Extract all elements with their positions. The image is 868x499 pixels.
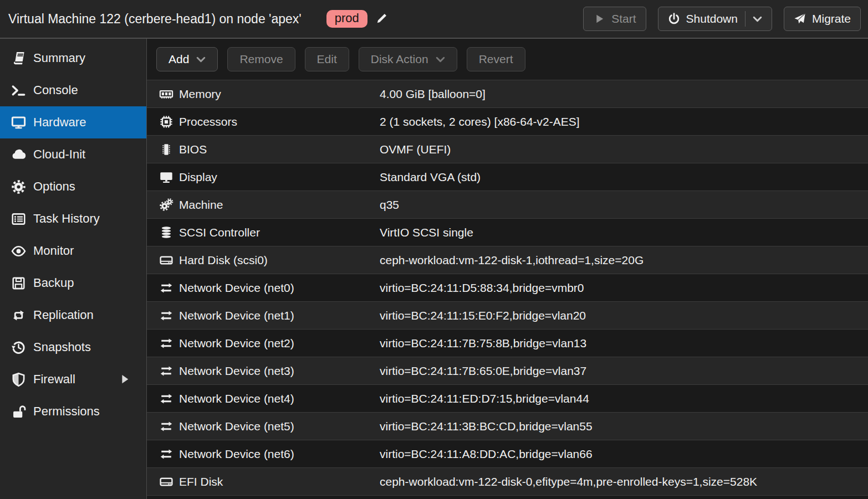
toolbar-button-add[interactable]: Add [156,47,218,71]
sidebar-item-label: Cloud-Init [33,147,85,162]
hardware-row-value: 4.00 GiB [balloon=0] [380,88,486,101]
sidebar-item-snapshots[interactable]: Snapshots [0,331,146,363]
hardware-row-value: VirtIO SCSI single [380,226,473,239]
sidebar-item-label: Options [33,179,75,194]
hardware-row-value: virtio=BC:24:11:A8:DD:AC,bridge=vlan66 [380,447,593,461]
eye-icon [11,244,26,259]
paper-plane-icon [794,13,806,25]
hardware-row-value: OVMF (UEFI) [380,143,451,156]
sidebar-item-hardware[interactable]: Hardware [0,106,146,138]
chevron-down-icon [196,56,206,63]
hardware-row-label: BIOS [179,143,380,156]
proxmox-vm-page: Virtual Machine 122 (cerbere-head1) on n… [0,0,868,499]
hardware-row-label: Network Device (net2) [179,337,380,350]
database-icon [159,225,173,240]
sidebar-item-console[interactable]: Console [0,74,146,106]
power-icon [668,13,680,25]
hardware-row-label: Network Device (net0) [179,281,380,295]
hardware-row-network-device-net0[interactable]: Network Device (net0)virtio=BC:24:11:D5:… [147,274,868,301]
hardware-row-label: Memory [179,88,380,101]
sidebar-item-label: Replication [33,308,94,322]
shield-icon [11,372,26,387]
hardware-row-partial [147,495,868,499]
hardware-row-network-device-net5[interactable]: Network Device (net5)virtio=BC:24:11:3B:… [147,412,868,440]
hardware-row-value: ceph-workload:vm-122-disk-1,iothread=1,s… [380,254,644,267]
unlock-icon [11,404,26,419]
sidebar-item-firewall[interactable]: Firewall [0,363,146,395]
sidebar-item-monitor[interactable]: Monitor [0,235,146,267]
cloud-icon [11,147,26,162]
vm-header: Virtual Machine 122 (cerbere-head1) on n… [0,0,868,39]
sidebar: SummaryConsoleHardwareCloud-InitOptionsT… [0,39,147,499]
history-icon [11,340,26,355]
gear-icon [11,179,26,194]
hardware-row-efi-disk[interactable]: EFI Diskceph-workload:vm-122-disk-0,efit… [147,467,868,495]
sidebar-item-backup[interactable]: Backup [0,267,146,299]
hardware-row-label: Display [179,171,380,184]
toolbar-button-remove[interactable]: Remove [227,47,295,71]
hardware-row-network-device-net3[interactable]: Network Device (net3)virtio=BC:24:11:7B:… [147,357,868,384]
button-label: Shutdown [686,12,738,25]
floppy-icon [11,276,26,291]
hardware-row-scsi-controller[interactable]: SCSI ControllerVirtIO SCSI single [147,218,868,246]
sidebar-item-label: Console [33,83,78,97]
cpu-icon [159,115,173,129]
hardware-row-value: q35 [380,198,399,212]
cogs-icon [159,198,173,212]
hardware-row-machine[interactable]: Machineq35 [147,191,868,218]
chevron-right-icon [122,375,129,384]
vm-tag-prod: prod [326,10,367,28]
hardware-row-value: Standard VGA (std) [380,171,481,184]
start-button[interactable]: Start [583,7,646,31]
hardware-row-display[interactable]: DisplayStandard VGA (std) [147,163,868,191]
edit-tags-button[interactable] [375,12,388,25]
hardware-row-hard-disk-scsi0[interactable]: Hard Disk (scsi0)ceph-workload:vm-122-di… [147,246,868,274]
exchange-icon [159,336,173,351]
hardware-row-network-device-net1[interactable]: Network Device (net1)virtio=BC:24:11:15:… [147,301,868,329]
hardware-row-value: ceph-workload:vm-122-disk-0,efitype=4m,p… [380,475,757,488]
hardware-row-memory[interactable]: Memory4.00 GiB [balloon=0] [147,80,868,107]
sidebar-item-summary[interactable]: Summary [0,42,146,74]
terminal-icon [11,83,26,98]
hardware-row-label: Network Device (net1) [179,309,380,322]
button-label: Revert [479,53,513,66]
hardware-row-processors[interactable]: Processors2 (1 sockets, 2 cores) [x86-64… [147,107,868,135]
hardware-toolbar: AddRemoveEditDisk ActionRevert [147,39,868,80]
hardware-row-label: Network Device (net4) [179,392,380,405]
sidebar-item-task-history[interactable]: Task History [0,203,146,235]
memory-icon [159,87,173,101]
shutdown-button[interactable]: Shutdown [658,7,772,31]
bios-icon [159,142,173,157]
sidebar-item-label: Task History [33,212,100,226]
sidebar-item-cloud-init[interactable]: Cloud-Init [0,138,146,171]
hardware-row-label: Processors [179,115,380,128]
hardware-row-network-device-net4[interactable]: Network Device (net4)virtio=BC:24:11:ED:… [147,384,868,412]
display-icon [159,170,173,184]
hardware-row-value: virtio=BC:24:11:3B:BC:CD,bridge=vlan55 [380,420,593,433]
button-label: Start [611,12,636,25]
sidebar-item-label: Summary [33,51,85,65]
toolbar-button-edit[interactable]: Edit [305,47,349,71]
button-label: Remove [239,53,283,66]
hardware-row-network-device-net6[interactable]: Network Device (net6)virtio=BC:24:11:A8:… [147,440,868,467]
toolbar-button-disk-action[interactable]: Disk Action [359,47,457,71]
hardware-row-network-device-net2[interactable]: Network Device (net2)virtio=BC:24:11:7B:… [147,329,868,357]
toolbar-button-revert[interactable]: Revert [467,47,525,71]
monitor-icon [11,115,26,130]
sidebar-item-replication[interactable]: Replication [0,299,146,331]
sidebar-item-options[interactable]: Options [0,171,146,203]
exchange-icon [159,281,173,295]
button-label: Migrate [812,12,851,25]
sidebar-item-permissions[interactable]: Permissions [0,395,146,428]
migrate-button[interactable]: Migrate [784,7,861,31]
play-icon [593,13,605,25]
hardware-row-value: virtio=BC:24:11:15:E0:F2,bridge=vlan20 [380,309,586,322]
split-divider [745,11,746,27]
header-actions: StartShutdownMigrate [583,7,861,31]
exchange-icon [159,308,173,323]
page-title: Virtual Machine 122 (cerbere-head1) on n… [8,12,302,27]
hardware-row-label: Network Device (net6) [179,447,380,461]
pencil-icon [375,12,388,25]
hardware-row-bios[interactable]: BIOSOVMF (UEFI) [147,135,868,163]
hardware-row-label: Hard Disk (scsi0) [179,254,380,267]
